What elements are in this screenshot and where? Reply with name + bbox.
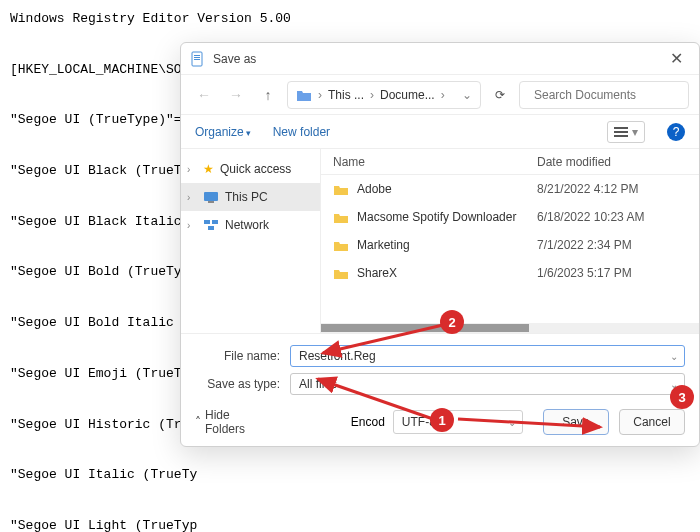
- svg-rect-2: [194, 57, 200, 58]
- chevron-down-icon: ▾: [632, 125, 638, 139]
- chevron-right-icon: ›: [187, 192, 197, 203]
- breadcrumb[interactable]: › This ... › Docume... › ⌄: [287, 81, 481, 109]
- cancel-button[interactable]: Cancel: [619, 409, 685, 435]
- svg-rect-10: [208, 226, 214, 230]
- tree-label: This PC: [225, 190, 268, 204]
- close-icon[interactable]: ✕: [664, 49, 689, 68]
- chevron-down-icon[interactable]: ⌄: [508, 417, 516, 428]
- annotation-badge-1: 1: [430, 408, 454, 432]
- svg-rect-1: [194, 55, 200, 56]
- svg-rect-9: [212, 220, 218, 224]
- scrollbar-thumb[interactable]: [321, 324, 529, 332]
- folder-icon: [333, 239, 349, 252]
- toolbar: Organize▾ New folder ▾ ?: [181, 115, 699, 149]
- encoding-label: Encod: [351, 415, 385, 429]
- save-button[interactable]: Save: [543, 409, 609, 435]
- folder-icon: [333, 211, 349, 224]
- help-icon[interactable]: ?: [667, 123, 685, 141]
- filename-label: File name:: [195, 349, 280, 363]
- horizontal-scrollbar[interactable]: [321, 323, 699, 333]
- file-list: Name Date modified Adobe8/21/2022 4:12 P…: [321, 149, 699, 333]
- filename-input[interactable]: Resetfont.Reg ⌄: [290, 345, 685, 367]
- encoding-select[interactable]: UTF-8 ⌄: [393, 410, 523, 434]
- table-row[interactable]: Macsome Spotify Downloader6/18/2022 10:2…: [321, 203, 699, 231]
- fields: File name: Resetfont.Reg ⌄ Save as type:…: [181, 333, 699, 398]
- svg-rect-8: [204, 220, 210, 224]
- save-as-dialog: Save as ✕ ← → ↑ › This ... › Docume... ›…: [180, 42, 700, 447]
- file-date: 6/18/2022 10:23 AM: [537, 210, 687, 224]
- file-name: ShareX: [357, 266, 397, 280]
- annotation-badge-3: 3: [670, 385, 694, 409]
- folder-icon: [333, 267, 349, 280]
- view-options-button[interactable]: ▾: [607, 121, 645, 143]
- savetype-select[interactable]: All files ⌄: [290, 373, 685, 395]
- file-name: Macsome Spotify Downloader: [357, 210, 516, 224]
- chevron-right-icon: ›: [318, 88, 322, 102]
- annotation-badge-2: 2: [440, 310, 464, 334]
- table-row[interactable]: Adobe8/21/2022 4:12 PM: [321, 175, 699, 203]
- tree-network[interactable]: › Network: [181, 211, 320, 239]
- list-view-icon: [614, 125, 628, 139]
- chevron-up-icon: ˄: [195, 415, 201, 429]
- organize-menu[interactable]: Organize▾: [195, 125, 251, 139]
- chevron-right-icon: ›: [370, 88, 374, 102]
- crumb-2[interactable]: Docume...: [380, 88, 435, 102]
- tree-label: Quick access: [220, 162, 291, 176]
- table-row[interactable]: Marketing7/1/2022 2:34 PM: [321, 231, 699, 259]
- file-date: 7/1/2022 2:34 PM: [537, 238, 687, 252]
- tree-this-pc[interactable]: › This PC: [181, 183, 320, 211]
- svg-rect-7: [208, 201, 214, 203]
- chevron-down-icon: ▾: [246, 128, 251, 138]
- crumb-1[interactable]: This ...: [328, 88, 364, 102]
- file-date: 8/21/2022 4:12 PM: [537, 182, 687, 196]
- chevron-right-icon: ›: [187, 164, 197, 175]
- tree-label: Network: [225, 218, 269, 232]
- back-icon[interactable]: ←: [191, 87, 217, 103]
- file-date: 1/6/2023 5:17 PM: [537, 266, 687, 280]
- col-date[interactable]: Date modified: [537, 155, 687, 169]
- pc-icon: [203, 191, 219, 203]
- titlebar: Save as ✕: [181, 43, 699, 75]
- svg-rect-6: [204, 192, 218, 201]
- forward-icon[interactable]: →: [223, 87, 249, 103]
- column-headers[interactable]: Name Date modified: [321, 149, 699, 175]
- svg-rect-3: [194, 59, 200, 60]
- chevron-down-icon[interactable]: ⌄: [670, 351, 678, 362]
- up-icon[interactable]: ↑: [255, 87, 281, 103]
- file-name: Adobe: [357, 182, 392, 196]
- nav-tree: › ★ Quick access › This PC › Network: [181, 149, 321, 333]
- folder-icon: [296, 88, 312, 102]
- table-row[interactable]: ShareX1/6/2023 5:17 PM: [321, 259, 699, 287]
- search-input[interactable]: [534, 88, 684, 102]
- document-icon: [191, 51, 205, 67]
- hide-folders-toggle[interactable]: ˄ Hide Folders: [195, 408, 261, 436]
- navbar: ← → ↑ › This ... › Docume... › ⌄ ⟳: [181, 75, 699, 115]
- chevron-right-icon: ›: [441, 88, 445, 102]
- new-folder-button[interactable]: New folder: [273, 125, 330, 139]
- file-name: Marketing: [357, 238, 410, 252]
- chevron-right-icon: ›: [187, 220, 197, 231]
- col-name[interactable]: Name: [333, 155, 537, 169]
- folder-icon: [333, 183, 349, 196]
- dialog-title: Save as: [213, 52, 664, 66]
- savetype-label: Save as type:: [195, 377, 280, 391]
- chevron-down-icon[interactable]: ⌄: [462, 88, 472, 102]
- tree-quick-access[interactable]: › ★ Quick access: [181, 155, 320, 183]
- refresh-icon[interactable]: ⟳: [487, 88, 513, 102]
- network-icon: [203, 219, 219, 231]
- star-icon: ★: [203, 162, 214, 176]
- search-box[interactable]: [519, 81, 689, 109]
